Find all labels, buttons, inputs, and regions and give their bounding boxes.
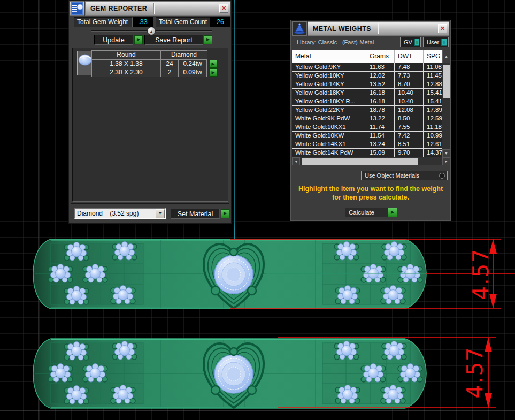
user-indicator: I [441,39,447,46]
metal-table-row[interactable]: White Gold:10KX111.747.5511.18 [292,123,442,132]
ring-band-bottom[interactable] [33,339,426,408]
metal-table-cell: 10.99 [424,132,442,140]
gem-reporter-titlebar[interactable]: GEM REPORTER ✕ [85,1,230,16]
set-material-button[interactable]: Set Material [171,209,220,219]
metal-table-cell: White Gold:10KW [292,132,366,140]
update-go-icon[interactable]: ▶ [134,35,143,44]
metal-table-cell: 17.89 [424,106,442,114]
metal-table-row[interactable]: Yellow Gold:18KY16.1810.4015.41 [292,89,442,97]
dropdown-arrow-icon[interactable]: ▼ [156,209,165,218]
gem-table-cell: 0.24tw [178,59,207,68]
metal-table-cell: White Gold:9K PdW [292,114,366,123]
cad-application-window: 4.57 4.57 GEM REPORTE [0,0,515,420]
metal-table-cell: 16.18 [366,97,395,105]
metal-table-cell: 8.51 [395,140,424,148]
metal-table-cell: 12.61 [424,140,442,148]
save-report-go-icon[interactable]: ▶ [204,35,212,44]
gv-indicator: I [414,39,419,46]
material-header: Diamond [160,50,207,59]
metal-table-row[interactable]: White Gold:14KX113.248.5112.61 [292,140,442,149]
total-gem-count-label: Total Gem Count [156,17,210,27]
metal-table-row[interactable]: Yellow Gold:9KY11.637.4811.08 [292,63,442,72]
dimension-label-bottom: 4.57 [463,346,487,398]
material-dropdown[interactable]: Diamond (3.52 spg) ▼ [74,208,166,219]
titlebar-divider [378,23,379,34]
metal-weights-title: METAL WEIGHTS [308,25,371,33]
dimension-label-top: 4.57 [468,248,493,300]
gem-row-go-icon[interactable]: ▶ [209,68,217,77]
radio-icon [439,173,445,179]
metal-table-row[interactable]: Yellow Gold:14KY13.528.7012.88 [292,80,442,89]
use-object-materials-button[interactable]: Use Object Materials [361,171,448,180]
material-dropdown-value: Diamond (3.52 spg) [75,209,156,218]
metal-table-cell: 11.08 [424,63,442,71]
metal-table-row[interactable]: White Gold:14K PdW15.099.7014.37 [292,149,442,157]
scroll-down-icon[interactable]: ▼ [442,149,450,157]
metal-table-cell: White Gold:14KX1 [292,140,366,148]
gem-report-table: Round Diamond 1.38 X 1.38240.24tw▶2.30 X… [72,48,228,202]
horizontal-scrollbar[interactable]: ◄ ► [292,157,450,165]
calculate-go-icon: ▶ [388,208,397,217]
metal-table-cell: 12.88 [424,80,442,88]
total-gem-weight-value: .33 [133,17,153,27]
gem-size-slider-thumb[interactable]: ▲ [147,27,156,35]
metal-table-row[interactable]: Yellow Gold:18KY R...16.1810.4015.41 [292,97,442,106]
gv-toggle-button[interactable]: GV I [400,37,421,47]
metal-table-row[interactable]: Yellow Gold:10KY12.027.7311.45 [292,72,442,80]
scroll-left-icon[interactable]: ◄ [292,157,300,165]
metal-table-row[interactable]: Yellow Gold:22KY18.7812.0817.89 [292,106,442,114]
gem-table-cell: 1.38 X 1.38 [91,59,161,68]
metal-table-cell: 11.18 [424,123,442,131]
metal-table-cell: 18.78 [366,106,395,114]
close-icon[interactable]: ✕ [219,4,228,13]
metal-table-cell: 15.41 [424,97,442,105]
update-button[interactable]: Update [94,35,133,45]
metal-table-cell: 8.70 [395,80,424,88]
metal-table-cell: Yellow Gold:14KY [292,80,366,88]
metal-table-cell: Yellow Gold:18KY R... [292,97,366,105]
save-report-button[interactable]: Save Report [144,35,203,45]
close-icon[interactable]: ✕ [438,24,447,33]
divider [71,203,229,204]
metal-table-row[interactable]: White Gold:9K PdW13.228.5012.59 [292,114,442,123]
titlebar-divider [153,3,155,14]
gem-reporter-title: GEM REPORTER [86,5,147,12]
metal-table-cell: 14.37 [424,149,442,157]
metal-table-cell: 9.70 [395,149,424,157]
metal-table-cell: Yellow Gold:18KY [292,89,366,97]
metal-table-cell: 13.52 [366,80,395,88]
metal-table-cell: 11.54 [366,132,395,140]
gem-table-row[interactable]: 2.30 X 2.3020.09tw▶ [92,68,217,77]
set-material-go-icon[interactable]: ▶ [221,209,229,218]
metal-table-cell: Yellow Gold:22KY [292,106,366,114]
metal-weights-titlebar[interactable]: METAL WEIGHTS ✕ [308,21,449,36]
metal-table-cell: 10.40 [395,89,424,97]
gem-table-header: Round Diamond [92,50,207,59]
metal-table-cell: 12.08 [395,106,424,114]
gem-table-cell: 0.09tw [178,68,207,77]
scrollbar-thumb[interactable] [443,65,450,98]
metal-table-cell: 11.45 [424,72,442,80]
instruction-text: Highlight the item you want to find the … [291,185,450,202]
metal-table-row[interactable]: White Gold:10KW11.547.4210.99 [292,132,442,140]
metal-table: Metal Grams DWT SPG ▲ Yellow Gold:9KY11.… [292,50,450,157]
metal-table-cell: 11.63 [366,63,395,71]
scrollbar-thumb[interactable] [302,158,418,165]
gem-table-cell: 2 [160,68,179,77]
user-toggle-button[interactable]: User I [423,37,449,47]
gem-table-row[interactable]: 1.38 X 1.38240.24tw▶ [92,59,217,68]
vertical-scrollbar[interactable]: ▼ [442,63,450,157]
metal-weights-icon [292,21,307,36]
gem-row-go-icon[interactable]: ▶ [209,60,217,68]
scroll-right-icon[interactable]: ► [442,157,450,165]
scroll-up-icon[interactable]: ▲ [442,50,450,63]
metal-table-cell: 16.18 [366,89,395,97]
metal-table-cell: 8.50 [395,114,424,123]
metal-table-cell: 13.24 [366,140,395,148]
metal-table-cell: 10.40 [395,97,424,105]
metal-table-cell: 11.74 [366,123,395,131]
metal-table-cell: 7.48 [395,63,424,71]
calculate-button[interactable]: Calculate ▶ [345,208,397,217]
metal-table-cell: 15.09 [366,149,395,157]
gem-reporter-window: GEM REPORTER ✕ Total Gem Weight .33 Tota… [68,0,232,224]
